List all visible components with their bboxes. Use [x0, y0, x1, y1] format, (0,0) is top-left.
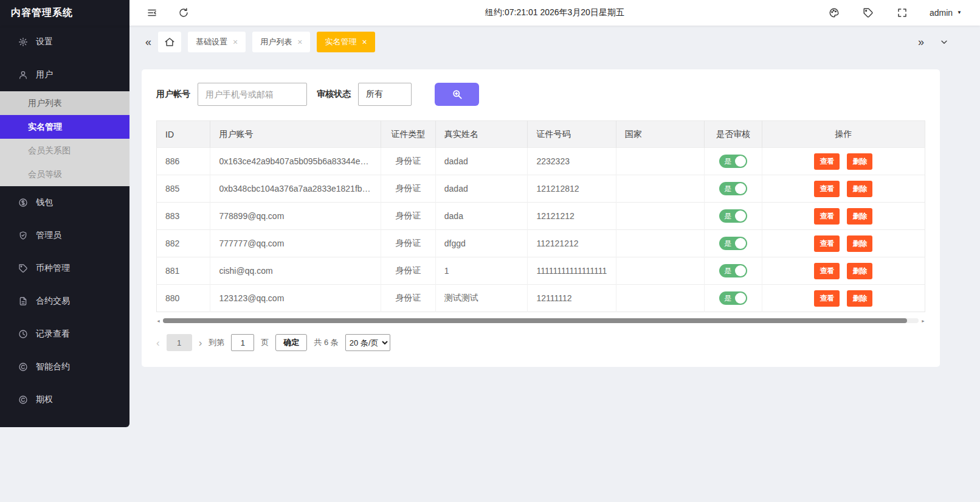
delete-button[interactable]: 删除	[847, 153, 872, 170]
toggle-knob	[735, 293, 746, 304]
sidebar-item-realname-management[interactable]: 实名管理	[0, 115, 129, 139]
sidebar-item-contract-trade[interactable]: 合约交易	[0, 285, 129, 318]
theme-palette-icon[interactable]	[827, 6, 841, 19]
sidebar-item-smart-contract[interactable]: 智能合约	[0, 350, 129, 383]
home-icon	[164, 37, 175, 47]
close-icon[interactable]: ×	[362, 38, 367, 46]
toggle-knob	[735, 211, 746, 221]
verified-toggle[interactable]: 是	[719, 291, 747, 305]
current-page-button[interactable]: 1	[167, 334, 192, 351]
cell-account: 778899@qq.com	[210, 203, 381, 230]
delete-button[interactable]: 删除	[847, 290, 872, 307]
cell-account: cishi@qq.com	[210, 257, 381, 285]
cell-doc-number: 121212812	[528, 175, 616, 203]
sidebar-item-label: 合约交易	[36, 296, 70, 307]
tabs-scroll-left-icon[interactable]: «	[145, 37, 151, 47]
sidebar-item-user[interactable]: 用户	[0, 58, 129, 91]
scrollbar-right-arrow-icon[interactable]: ►	[921, 319, 925, 323]
verified-toggle[interactable]: 是	[719, 182, 747, 195]
col-header-actions: 操作	[762, 121, 925, 148]
view-button[interactable]: 查看	[814, 153, 840, 170]
search-button[interactable]	[435, 83, 479, 106]
table-row: 881 cishi@qq.com 身份证 1 11111111111111111…	[157, 257, 925, 285]
sidebar-item-wallet[interactable]: 钱包	[0, 186, 129, 219]
cell-country	[616, 257, 704, 285]
tabs-menu-chevron-down-icon[interactable]	[937, 35, 951, 49]
submenu-item-label: 会员等级	[28, 169, 62, 180]
cell-account: 0xb348cbc104a376a7aa2833e1821fb61…	[210, 175, 381, 203]
table-row: 880 123123@qq.com 身份证 测试测试 12111112 是 查看…	[157, 285, 925, 312]
col-header-real-name: 真实姓名	[435, 121, 528, 148]
realname-table: ID 用户账号 证件类型 真实姓名 证件号码 国家 是否审核 操作 886 0x…	[156, 120, 925, 312]
fullscreen-icon[interactable]	[895, 6, 909, 19]
verified-toggle[interactable]: 是	[719, 237, 747, 250]
close-icon[interactable]: ×	[233, 38, 238, 46]
cell-doc-number: 11111111111111111	[528, 257, 616, 285]
options-icon	[18, 395, 28, 405]
filter-bar: 用户帐号 审核状态	[156, 83, 925, 106]
clock-text: 纽约:07:21:01 2026年3月20日星期五	[485, 7, 624, 18]
cell-real-name: dada	[435, 203, 528, 230]
view-button[interactable]: 查看	[814, 235, 840, 252]
sidebar-item-user-list[interactable]: 用户列表	[0, 91, 129, 115]
toggle-on-label: 是	[724, 239, 731, 249]
cell-id: 885	[157, 175, 210, 203]
tag-icon[interactable]	[861, 6, 875, 19]
scrollbar-thumb[interactable]	[163, 318, 907, 323]
close-icon[interactable]: ×	[297, 38, 302, 46]
total-count-label: 共 6 条	[314, 337, 338, 348]
user-menu[interactable]: admin ▼	[930, 8, 962, 18]
toggle-knob	[735, 238, 746, 249]
toggle-on-label: 是	[724, 293, 731, 304]
goto-label: 到第	[209, 337, 224, 348]
view-button[interactable]: 查看	[814, 181, 840, 197]
table-row: 886 0x163ce42a9b407a5b095b6a83344e25… 身份…	[157, 148, 925, 175]
confirm-page-button[interactable]: 确定	[275, 334, 307, 351]
coin-tag-icon	[18, 263, 28, 273]
gear-icon	[18, 37, 28, 47]
caret-down-icon: ▼	[957, 10, 962, 15]
sidebar: 设置 用户 用户列表 实名管理 会员关系图 会员等级 钱包 管理员 币种管理 合…	[0, 26, 129, 427]
sidebar-item-settings[interactable]: 设置	[0, 26, 129, 58]
view-button[interactable]: 查看	[814, 290, 840, 307]
sidebar-item-member-relation[interactable]: 会员关系图	[0, 139, 129, 162]
status-filter-input[interactable]	[358, 83, 412, 106]
account-search-input[interactable]	[198, 83, 307, 106]
delete-button[interactable]: 删除	[847, 263, 872, 279]
next-page-icon[interactable]: ›	[199, 338, 202, 348]
prev-page-icon[interactable]: ‹	[156, 338, 160, 348]
cell-real-name: 1	[435, 257, 528, 285]
refresh-icon[interactable]	[177, 6, 190, 19]
goto-page-input[interactable]	[231, 334, 254, 351]
sidebar-item-coin-management[interactable]: 币种管理	[0, 252, 129, 285]
sidebar-item-options[interactable]: 期权	[0, 383, 129, 416]
toggle-knob	[735, 265, 746, 276]
delete-button[interactable]: 删除	[847, 181, 872, 197]
sidebar-item-member-level[interactable]: 会员等级	[0, 162, 129, 186]
cell-id: 880	[157, 285, 210, 312]
main-content: « 基础设置 × 用户列表 × 实名管理 × » 用户帐号 审核状态	[129, 26, 980, 367]
sidebar-item-records[interactable]: 记录查看	[0, 318, 129, 350]
collapse-menu-icon[interactable]	[145, 6, 159, 19]
verified-toggle[interactable]: 是	[719, 155, 747, 168]
submenu-item-label: 实名管理	[28, 122, 62, 133]
cell-doc-number: 12121212	[528, 203, 616, 230]
view-button[interactable]: 查看	[814, 208, 840, 225]
page-size-select[interactable]: 20 条/页	[345, 334, 390, 351]
delete-button[interactable]: 删除	[847, 235, 872, 252]
home-tab[interactable]	[158, 32, 181, 52]
verified-toggle[interactable]: 是	[719, 209, 747, 223]
sidebar-item-admin[interactable]: 管理员	[0, 219, 129, 252]
user-icon	[18, 70, 28, 80]
scrollbar-left-arrow-icon[interactable]: ◄	[156, 319, 160, 323]
delete-button[interactable]: 删除	[847, 208, 872, 225]
tabs-scroll-right-icon[interactable]: »	[918, 37, 924, 47]
cell-real-name: dadad	[435, 148, 528, 175]
tab-basic-settings[interactable]: 基础设置 ×	[188, 32, 246, 52]
tab-realname-management[interactable]: 实名管理 ×	[317, 32, 374, 52]
verified-toggle[interactable]: 是	[719, 264, 747, 277]
view-button[interactable]: 查看	[814, 263, 840, 279]
wallet-icon	[18, 198, 28, 207]
tab-user-list[interactable]: 用户列表 ×	[252, 32, 310, 52]
scrollbar-track[interactable]	[163, 318, 919, 323]
